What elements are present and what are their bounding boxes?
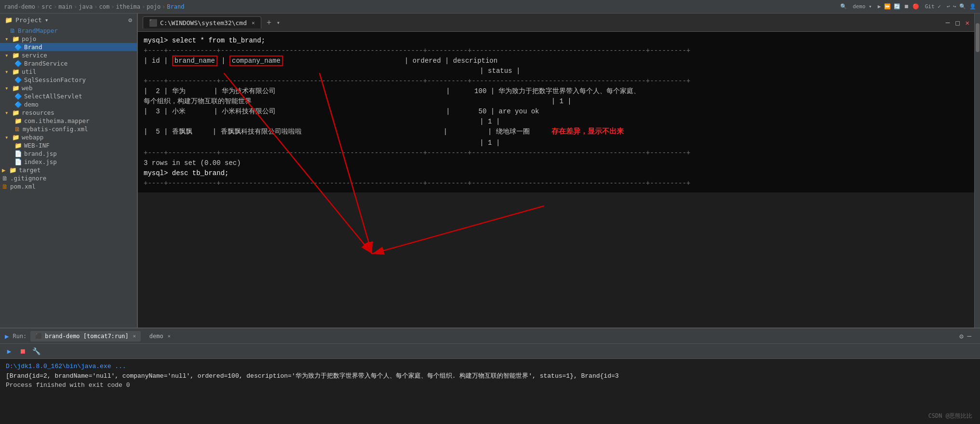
cmd-header: | id | brand_name | company_name | order…: [144, 56, 968, 66]
tree-item-target[interactable]: ▶ 📁 target: [0, 166, 137, 174]
sidebar-title: 📁 Project ▾: [5, 16, 49, 24]
cmd-sep-2: +----+------------+---------------------…: [144, 76, 968, 86]
tree-item-demo[interactable]: 🔷 demo: [0, 100, 137, 109]
cmd-header-2: | status |: [144, 66, 968, 76]
tree-item-brand[interactable]: 🔷 Brand: [0, 43, 137, 51]
run-tab-close[interactable]: ✕: [133, 333, 136, 339]
tree-item-web[interactable]: ▾ 📁 web: [0, 84, 137, 92]
watermark: CSDN @恶熊比比: [928, 412, 972, 420]
tree-item-util[interactable]: ▾ 📁 util: [0, 68, 137, 76]
cmd-row-1a: | 2 | 华为 | 华为技术有限公司 | 100 | 华为致力于把数字世界带入…: [144, 86, 968, 96]
run-tab-demo[interactable]: demo ✕: [145, 331, 175, 342]
run-step-btn[interactable]: 🔧: [31, 346, 41, 356]
cmd-window: ⬛ C:\WINDOWS\system32\cmd ✕ ＋ ▾ ─ □ ✕ my…: [137, 14, 974, 328]
cmd-icon: ⬛: [149, 19, 157, 27]
cmd-content-wrapper: mysql> select * from tb_brand; +----+---…: [138, 32, 974, 328]
cmd-sep-4: +----+------------+---------------------…: [144, 178, 968, 189]
tree-item-brandservice[interactable]: 🔷 BrandService: [0, 59, 137, 68]
tree-item-service[interactable]: ▾ 📁 service: [0, 51, 137, 59]
maximize-btn[interactable]: □: [955, 19, 959, 27]
cmd-add-tab-btn[interactable]: ＋: [265, 17, 273, 27]
tree-item-webinf[interactable]: 📁 WEB-INF: [0, 141, 137, 150]
run-java-exe: D:\jdk1.8.0_162\bin\java.exe ...: [6, 362, 974, 371]
run-panel-content[interactable]: D:\jdk1.8.0_162\bin\java.exe ... [Brand{…: [0, 359, 980, 424]
run-output-line: [Brand{id=2, brandName='null', companyNa…: [6, 371, 974, 381]
minimize-panel-btn[interactable]: ─: [967, 332, 971, 340]
tree-item-brandmapper[interactable]: 🗎 BrandMapper: [0, 27, 137, 35]
run-panel-toolbar: ▶ ⏹ 🔧: [0, 344, 980, 359]
top-bar: rand-demo › src › main › java › com › it…: [0, 0, 980, 14]
tree-item-resources[interactable]: ▾ 📁 resources: [0, 109, 137, 117]
main-area: 📁 Project ▾ ⚙ 🗎 BrandMapper ▾ 📁 pojo 🔷 B…: [0, 14, 980, 328]
run-panel: ▶ Run: ⬛ brand-demo [tomcat7:run] ✕ demo…: [0, 328, 980, 424]
tree-item-webapp[interactable]: ▾ 📁 webapp: [0, 133, 137, 141]
run-panel-right: ⚙ ─: [959, 332, 975, 340]
tree-item-gitignore[interactable]: 🗎 .gitignore: [0, 174, 137, 182]
run-restart-btn[interactable]: ▶: [4, 346, 14, 356]
cmd-sep-1: +----+------------+---------------------…: [144, 46, 968, 56]
minimize-btn[interactable]: ─: [946, 19, 950, 27]
cmd-row-2b: | 1 |: [144, 117, 968, 127]
cmd-desc-cmd: mysql> desc tb_brand;: [144, 168, 968, 178]
cmd-row-1b: 每个组织，构建万物互联的智能世界 | 1 |: [144, 96, 968, 107]
run-demo-close[interactable]: ✕: [168, 333, 171, 339]
run-tab-brand-demo[interactable]: ⬛ brand-demo [tomcat7:run] ✕: [30, 331, 140, 342]
svg-line-2: [372, 206, 544, 254]
cmd-row-3a: | 5 | 香飘飘 | 香飘飘科技有限公司啦啦啦 | | 绕地球一圈 存在差异，…: [144, 127, 968, 138]
cmd-close-btn[interactable]: ✕: [252, 20, 255, 26]
tree-item-pojo[interactable]: ▾ 📁 pojo: [0, 35, 137, 43]
tree-item-index-jsp[interactable]: 📄 index.jsp: [0, 158, 137, 166]
tree-item-pom-xml[interactable]: 🗎 pom.xml: [0, 182, 137, 191]
cmd-content[interactable]: mysql> select * from tb_brand; +----+---…: [138, 32, 974, 192]
tree-item-brand-jsp[interactable]: 📄 brand.jsp: [0, 150, 137, 158]
breadcrumb: rand-demo › src › main › java › com › it…: [4, 3, 184, 10]
cmd-sep-3: +----+------------+---------------------…: [144, 148, 968, 158]
cmd-tab[interactable]: ⬛ C:\WINDOWS\system32\cmd ✕: [143, 16, 261, 28]
run-stop-btn[interactable]: ⏹: [17, 346, 28, 356]
close-btn[interactable]: ✕: [966, 19, 969, 27]
settings-icon[interactable]: ⚙: [959, 332, 963, 340]
cmd-row-3b: | 1 |: [144, 138, 968, 148]
tree-item-sqlsessionfactory[interactable]: 🔷 SqlSessionFactory: [0, 76, 137, 84]
cmd-dropdown-btn[interactable]: ▾: [277, 19, 280, 26]
run-panel-header: ▶ Run: ⬛ brand-demo [tomcat7:run] ✕ demo…: [0, 328, 980, 344]
cmd-line-1: mysql> select * from tb_brand;: [144, 36, 968, 46]
window-controls: ─ □ ✕: [946, 19, 969, 27]
cmd-titlebar: ⬛ C:\WINDOWS\system32\cmd ✕ ＋ ▾ ─ □ ✕: [138, 14, 974, 32]
cmd-row-2a: | 3 | 小米 | 小米科技有限公司 | 50 | are you ok: [144, 107, 968, 117]
sidebar-header: 📁 Project ▾ ⚙: [0, 14, 137, 27]
top-bar-right: 🔍 demo ▾ ▶ ⏩ 🔄 ⏹ 🔴 Git ✓ ↩ ↪ 🔍 👤: [840, 3, 976, 10]
right-scrollbar[interactable]: [974, 14, 980, 328]
tree-item-selectallservlet[interactable]: 🔷 SelectAllServlet: [0, 92, 137, 100]
sidebar: 📁 Project ▾ ⚙ 🗎 BrandMapper ▾ 📁 pojo 🔷 B…: [0, 14, 137, 328]
run-finish-line: Process finished with exit code 0: [6, 381, 974, 390]
cmd-rows-count: 3 rows in set (0.00 sec): [144, 158, 968, 168]
tree-item-mapper-folder[interactable]: 📁 com.itheima.mapper: [0, 117, 137, 125]
scroll-thumb[interactable]: [976, 23, 980, 52]
tree-item-mybatis-config[interactable]: 🗎 mybatis-config.xml: [0, 125, 137, 133]
